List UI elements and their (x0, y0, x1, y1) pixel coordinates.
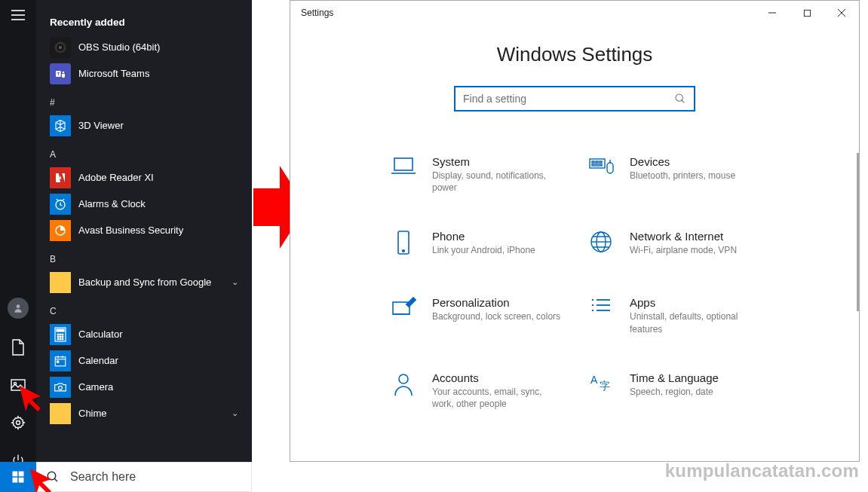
app-label: Chime (78, 408, 107, 419)
window-title: Settings (301, 8, 333, 18)
category-title: Personalization (432, 296, 560, 309)
app-alarms[interactable]: Alarms & Clock (44, 191, 246, 217)
category-time-language[interactable]: A字 Time & LanguageSpeech, region, date (586, 371, 761, 410)
app-avast[interactable]: Avast Business Security (44, 217, 246, 243)
svg-rect-43 (804, 10, 810, 16)
menu-icon[interactable] (9, 6, 27, 24)
app-label: Camera (78, 381, 113, 393)
category-personalization[interactable]: PersonalizationBackground, lock screen, … (388, 296, 563, 335)
scrollbar[interactable] (857, 153, 859, 311)
category-devices[interactable]: DevicesBluetooth, printers, mouse (586, 155, 761, 194)
app-label: Microsoft Teams (78, 68, 149, 79)
svg-point-9 (59, 45, 63, 49)
app-label: Avast Business Security (78, 225, 183, 236)
folder-icon (50, 272, 71, 293)
svg-rect-33 (19, 472, 24, 477)
documents-icon[interactable] (9, 338, 27, 356)
svg-text:T: T (57, 72, 60, 76)
folder-icon (50, 403, 71, 424)
category-network[interactable]: Network & InternetWi-Fi, airplane mode, … (586, 230, 761, 260)
svg-rect-30 (57, 361, 59, 362)
category-desc: Background, lock screen, colors (432, 310, 560, 322)
svg-point-20 (57, 336, 59, 338)
adobe-icon (50, 167, 71, 188)
svg-point-22 (62, 336, 63, 338)
svg-rect-49 (590, 159, 605, 168)
category-system[interactable]: SystemDisplay, sound, notifications, pow… (388, 155, 563, 194)
category-title: System (432, 155, 563, 168)
svg-point-18 (60, 334, 61, 335)
letter-c[interactable]: C (44, 295, 246, 321)
chevron-down-icon[interactable]: ⌄ (232, 408, 238, 418)
app-3dviewer[interactable]: 3D Viewer (44, 112, 246, 139)
letter-b[interactable]: B (44, 243, 246, 269)
search-icon (674, 93, 686, 105)
calculator-icon (50, 324, 71, 345)
chevron-down-icon[interactable]: ⌄ (232, 277, 238, 287)
minimize-button[interactable] (755, 1, 790, 25)
recent-heading: Recently added (44, 14, 246, 34)
category-title: Phone (432, 230, 535, 243)
taskbar-search[interactable]: Search here (36, 462, 252, 492)
category-phone[interactable]: PhoneLink your Android, iPhone (388, 230, 563, 260)
svg-line-47 (682, 100, 684, 102)
app-calendar[interactable]: Calendar (44, 347, 246, 374)
close-button[interactable] (824, 1, 859, 25)
svg-rect-51 (596, 161, 598, 163)
maximize-button[interactable] (790, 1, 824, 25)
app-calculator[interactable]: Calculator (44, 321, 246, 347)
app-backup[interactable]: Backup and Sync from Google⌄ (44, 269, 246, 295)
user-icon[interactable] (8, 298, 29, 319)
camera-icon (50, 377, 71, 398)
category-desc: Wi-Fi, airplane mode, VPN (630, 244, 737, 256)
user-icon (388, 371, 419, 402)
svg-rect-32 (13, 472, 18, 477)
svg-point-17 (57, 334, 59, 335)
start-app-list: Recently added OBS Studio (64bit) TMicro… (36, 0, 252, 477)
apps-icon (586, 296, 616, 326)
watermark: kumpulancatatan.com (665, 460, 859, 481)
red-pointer-icon (15, 381, 45, 411)
taskbar-search-placeholder: Search here (70, 470, 136, 484)
svg-point-3 (17, 304, 20, 308)
brush-icon (388, 296, 419, 326)
svg-rect-16 (57, 329, 64, 332)
app-adobe[interactable]: Adobe Reader XI (44, 164, 246, 191)
cube-icon (50, 115, 71, 136)
category-accounts[interactable]: AccountsYour accounts, email, sync, work… (388, 371, 563, 410)
app-label: 3D Viewer (78, 120, 124, 131)
settings-body: Windows Settings Find a setting SystemDi… (290, 25, 859, 461)
svg-point-57 (403, 250, 405, 252)
app-obs[interactable]: OBS Studio (64bit) (44, 34, 246, 60)
letter-hash[interactable]: # (44, 87, 246, 112)
app-camera[interactable]: Camera (44, 374, 246, 400)
calendar-icon (50, 350, 71, 371)
category-desc: Display, sound, notifications, power (432, 170, 563, 194)
window-controls (755, 1, 859, 25)
settings-categories: SystemDisplay, sound, notifications, pow… (313, 155, 836, 410)
svg-point-19 (62, 334, 63, 335)
avast-icon (50, 220, 71, 241)
svg-marker-39 (20, 386, 41, 411)
category-title: Time & Language (630, 371, 719, 384)
letter-a[interactable]: A (44, 139, 246, 164)
category-desc: Speech, region, date (630, 386, 719, 398)
svg-rect-48 (394, 158, 413, 170)
settings-search[interactable]: Find a setting (454, 86, 695, 112)
category-apps[interactable]: AppsUninstall, defaults, optional featur… (586, 296, 761, 335)
category-title: Network & Internet (630, 230, 737, 243)
svg-text:A: A (590, 374, 598, 386)
category-desc: Uninstall, defaults, optional features (630, 310, 761, 335)
app-label: Calendar (78, 355, 118, 366)
phone-icon (388, 230, 419, 260)
app-label: OBS Studio (64bit) (78, 41, 160, 53)
app-teams[interactable]: TMicrosoft Teams (44, 60, 246, 87)
page-title: Windows Settings (313, 43, 836, 66)
svg-marker-40 (30, 469, 51, 492)
gear-icon[interactable] (9, 414, 27, 432)
app-label: Adobe Reader XI (78, 172, 154, 183)
app-chime[interactable]: Chime⌄ (44, 400, 246, 426)
app-label: Backup and Sync from Google (78, 277, 211, 288)
svg-point-21 (60, 336, 61, 338)
svg-rect-52 (600, 161, 602, 163)
